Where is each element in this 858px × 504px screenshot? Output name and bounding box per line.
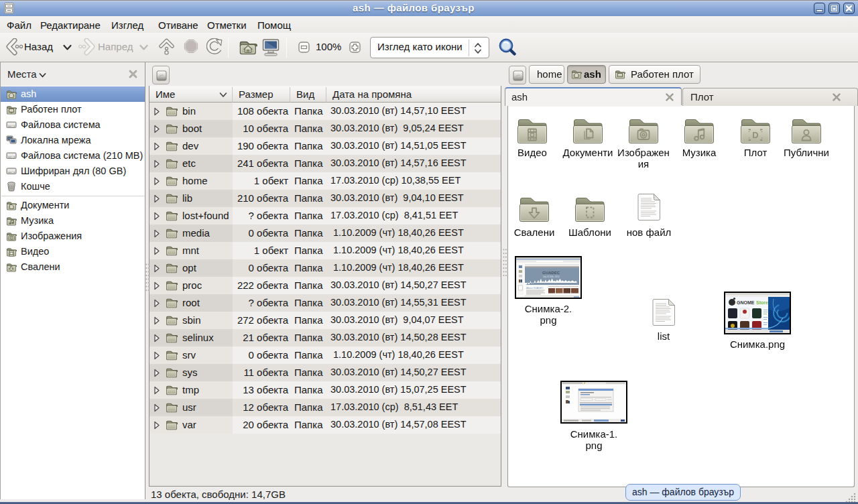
svg-text:GUADEC: GUADEC (542, 271, 560, 275)
svg-text:D: D (752, 130, 758, 140)
svg-text:GNOME: GNOME (737, 300, 755, 305)
svg-text:July 24-30th, 2010: July 24-30th, 2010 (543, 275, 560, 278)
svg-text:Store: Store (756, 300, 768, 305)
svg-text:About GUADEC: About GUADEC (526, 287, 544, 290)
